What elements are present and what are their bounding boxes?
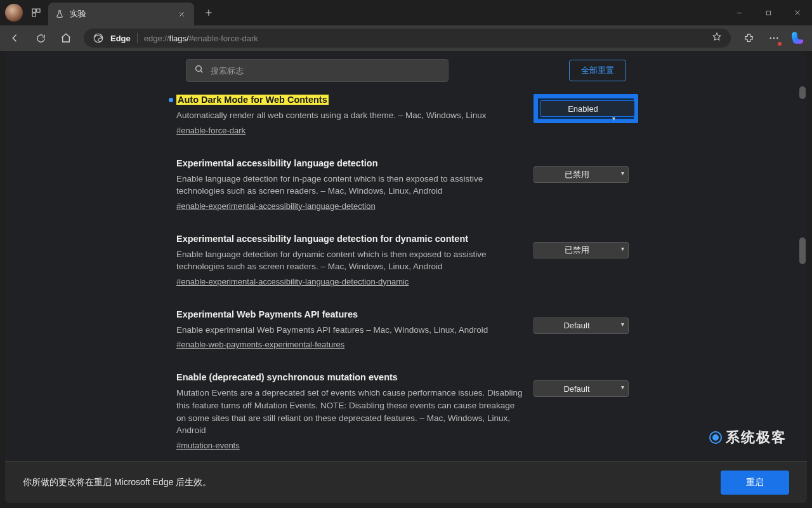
restart-message: 你所做的更改将在重启 Microsoft Edge 后生效。	[23, 477, 211, 488]
svg-point-4	[776, 37, 778, 39]
window-maximize-button[interactable]	[754, 0, 783, 25]
flag-anchor-link[interactable]: #enable-force-dark	[176, 126, 246, 135]
flag-description: Mutation Events are a deprecated set of …	[176, 387, 523, 436]
flag-item: Experimental Web Payments API featuresEn…	[176, 301, 638, 364]
flags-header: 全部重置	[5, 51, 807, 86]
home-button[interactable]	[55, 28, 77, 48]
flag-select[interactable]: Default	[534, 318, 629, 334]
site-identity-label: Edge	[110, 34, 131, 43]
separator	[137, 33, 138, 43]
flag-anchor-link[interactable]: #enable-experimental-accessibility-langu…	[176, 201, 376, 211]
notification-dot-icon	[778, 42, 782, 46]
restart-banner: 你所做的更改将在重启 Microsoft Edge 后生效。 重启	[5, 461, 807, 503]
flag-item: Experimental accessibility language dete…	[176, 225, 638, 301]
favorite-icon[interactable]	[712, 32, 722, 44]
flag-item: Experimental accessibility language dete…	[176, 150, 638, 225]
flag-description: Enable experimental Web Payments API fea…	[176, 324, 523, 337]
profile-avatar[interactable]	[5, 4, 23, 22]
search-flags-input[interactable]	[211, 66, 440, 76]
flag-control: 已禁用	[534, 233, 638, 258]
flag-select[interactable]: 已禁用	[534, 166, 629, 183]
flag-control: 已禁用	[534, 157, 638, 183]
refresh-button[interactable]	[29, 28, 52, 48]
modified-dot-icon	[169, 98, 173, 102]
svg-rect-0	[766, 11, 770, 15]
reset-all-button[interactable]: 全部重置	[569, 60, 626, 81]
flag-anchor-link[interactable]: #enable-experimental-accessibility-langu…	[176, 277, 409, 286]
svg-point-2	[770, 37, 771, 39]
workspaces-icon[interactable]	[28, 4, 44, 21]
flag-select[interactable]: Enabled	[540, 100, 635, 117]
tab-title: 实验	[70, 9, 171, 20]
flag-title: Experimental accessibility language dete…	[176, 158, 378, 168]
flag-description: Enable language detection for dynamic co…	[176, 248, 523, 273]
titlebar: 实验	[0, 0, 812, 25]
flags-page: 全部重置 Auto Dark Mode for Web ContentsAuto…	[5, 51, 807, 503]
settings-more-button[interactable]	[763, 28, 785, 48]
new-tab-button[interactable]	[199, 3, 218, 22]
address-bar[interactable]: Edge edge://flags/#enable-force-dark	[84, 29, 731, 48]
svg-point-7	[713, 435, 718, 440]
copilot-button[interactable]	[788, 28, 808, 48]
flag-select[interactable]: 已禁用	[534, 242, 629, 258]
toolbar: Edge edge://flags/#enable-force-dark	[0, 25, 812, 51]
window-close-button[interactable]	[783, 0, 812, 25]
url-text: edge://flags/#enable-force-dark	[144, 34, 258, 43]
flag-description: Automatically render all web contents us…	[176, 109, 523, 122]
flag-title: Enable (deprecated) synchronous mutation…	[176, 372, 398, 382]
scroll-arrow-up-icon[interactable]	[799, 86, 806, 99]
browser-tab[interactable]: 实验	[48, 3, 194, 25]
window-minimize-button[interactable]	[724, 0, 754, 25]
close-tab-button[interactable]	[176, 9, 187, 19]
flag-control: Default	[534, 309, 638, 334]
edge-icon	[93, 32, 104, 44]
flag-title: Experimental Web Payments API features	[176, 309, 358, 319]
flag-item: Auto Dark Mode for Web ContentsAutomatic…	[176, 86, 638, 150]
flag-title: Auto Dark Mode for Web Contents	[176, 95, 329, 105]
restart-button[interactable]: 重启	[721, 471, 789, 495]
svg-point-3	[773, 37, 775, 39]
flag-anchor-link[interactable]: #enable-web-payments-experimental-featur…	[176, 340, 344, 349]
search-flags-box[interactable]	[186, 59, 449, 82]
svg-point-5	[196, 66, 202, 72]
flag-title: Experimental accessibility language dete…	[176, 234, 468, 244]
watermark: 系统极客	[708, 428, 787, 447]
flag-description: Enable language detection for in-page co…	[176, 173, 523, 197]
scroll-thumb[interactable]	[799, 237, 806, 264]
flag-control: Default	[534, 371, 638, 397]
back-button[interactable]	[4, 28, 27, 48]
flag-control: Enabled	[534, 94, 638, 123]
extensions-button[interactable]	[737, 28, 760, 48]
search-icon	[194, 64, 204, 77]
flag-item: Enable (deprecated) synchronous mutation…	[176, 364, 638, 461]
flags-list: Auto Dark Mode for Web ContentsAutomatic…	[176, 86, 638, 461]
flask-icon	[55, 9, 65, 19]
flag-anchor-link[interactable]: #mutation-events	[176, 441, 240, 450]
flag-select[interactable]: Default	[534, 380, 629, 397]
scrollbar[interactable]	[798, 86, 806, 461]
